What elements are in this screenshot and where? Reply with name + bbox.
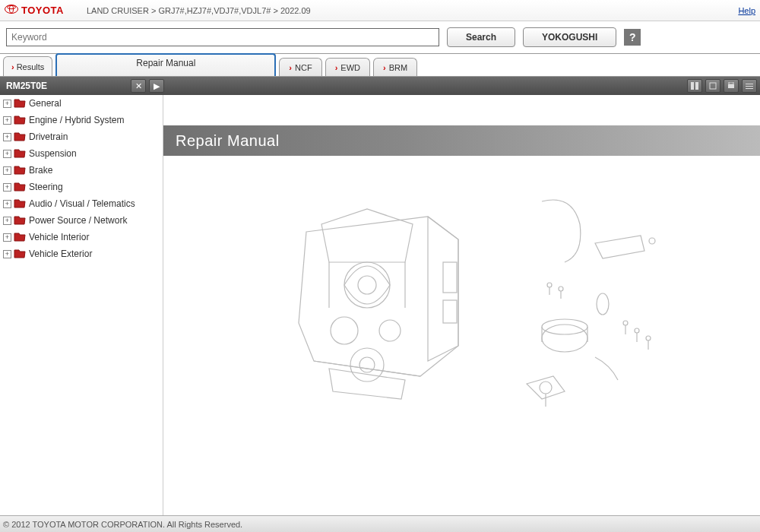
svg-rect-10 (746, 88, 753, 89)
tree-label: Audio / Visual / Telematics (29, 198, 135, 209)
tab-results[interactable]: › Results (3, 56, 52, 76)
tree-label: Brake (29, 165, 52, 176)
svg-point-25 (547, 283, 552, 287)
play-button[interactable]: ▶ (149, 79, 164, 93)
content-title-banner: Repair Manual (163, 125, 760, 156)
content-area: Repair Manual (163, 95, 760, 528)
expand-icon[interactable]: + (3, 200, 11, 208)
expand-icon[interactable]: + (3, 166, 11, 175)
tree-item-audio[interactable]: + Audio / Visual / Telematics (0, 195, 163, 212)
tab-row: › Results Repair Manual › NCF › EWD › BR… (0, 54, 760, 77)
content-title: Repair Manual (176, 132, 280, 150)
tab-label: Repair Manual (136, 58, 195, 68)
tree-label: Drivetrain (29, 131, 68, 142)
book-icon (14, 199, 26, 208)
svg-rect-6 (728, 84, 734, 88)
tree-label: Vehicle Exterior (29, 249, 92, 259)
tab-ncf[interactable]: › NCF (279, 58, 321, 76)
tab-label: Results (17, 62, 45, 71)
book-icon (14, 182, 26, 192)
chevron-right-icon: › (11, 62, 14, 71)
tree-item-interior[interactable]: + Vehicle Interior (0, 229, 163, 245)
body-area: + General + Engine / Hybrid System + Dri… (0, 95, 760, 528)
book-icon (14, 249, 26, 258)
close-button[interactable]: ✕ (131, 79, 146, 93)
expand-icon[interactable]: + (3, 133, 11, 141)
svg-point-21 (542, 319, 587, 334)
expand-icon[interactable]: + (3, 183, 11, 192)
tree-label: Suspension (29, 148, 77, 159)
tree-item-exterior[interactable]: + Vehicle Exterior (0, 245, 163, 262)
tree-label: Steering (29, 182, 63, 192)
svg-rect-17 (443, 262, 457, 293)
copyright: © 2012 TOYOTA MOTOR CORPORATION. All Rig… (3, 520, 242, 529)
tree-label: General (29, 98, 62, 109)
svg-rect-4 (695, 82, 698, 90)
yokogushi-button[interactable]: YOKOGUSHI (523, 27, 616, 47)
tree-item-power[interactable]: + Power Source / Network (0, 212, 163, 229)
tree-item-suspension[interactable]: + Suspension (0, 145, 163, 162)
keyword-input[interactable] (6, 28, 439, 46)
book-icon (14, 166, 26, 175)
view-single-button[interactable] (705, 79, 720, 93)
expand-icon[interactable]: + (3, 250, 11, 258)
svg-point-20 (542, 325, 587, 352)
brand-text: TOYOTA (21, 5, 64, 16)
chevron-right-icon: › (335, 63, 338, 72)
tab-repair-manual[interactable]: Repair Manual (55, 53, 276, 76)
expand-icon[interactable]: + (3, 150, 11, 158)
tree-label: Vehicle Interior (29, 232, 89, 242)
svg-point-23 (635, 328, 639, 333)
svg-point-28 (540, 382, 552, 394)
expand-icon[interactable]: + (3, 217, 11, 225)
tab-label: NCF (295, 63, 312, 72)
svg-point-22 (623, 321, 628, 325)
toyota-logo-icon (5, 5, 18, 16)
svg-point-12 (358, 276, 376, 294)
engine-diagram (163, 171, 760, 414)
settings-button[interactable] (742, 79, 757, 93)
tab-label: EWD (340, 63, 360, 72)
tree-item-steering[interactable]: + Steering (0, 179, 163, 195)
book-icon (14, 132, 26, 141)
tree-item-engine[interactable]: + Engine / Hybrid System (0, 112, 163, 128)
svg-point-26 (559, 287, 563, 291)
book-icon (14, 116, 26, 125)
help-link[interactable]: Help (738, 6, 755, 15)
search-button[interactable]: Search (447, 27, 515, 47)
print-button[interactable] (724, 79, 739, 93)
svg-point-19 (649, 238, 655, 244)
tab-ewd[interactable]: › EWD (325, 58, 370, 76)
chevron-right-icon: › (383, 63, 386, 72)
view-grid-button[interactable] (687, 79, 702, 93)
expand-icon[interactable]: + (3, 100, 11, 108)
book-icon (14, 216, 26, 225)
tab-label: BRM (389, 63, 407, 72)
svg-rect-5 (710, 83, 716, 89)
tab-brm[interactable]: › BRM (373, 58, 417, 76)
tree-item-brake[interactable]: + Brake (0, 162, 163, 179)
svg-point-14 (379, 320, 401, 341)
svg-point-24 (646, 336, 651, 340)
svg-rect-8 (746, 84, 753, 84)
tree-label: Engine / Hybrid System (29, 115, 124, 125)
book-icon (14, 149, 26, 158)
svg-rect-7 (729, 82, 733, 84)
tree-item-drivetrain[interactable]: + Drivetrain (0, 128, 163, 145)
header: TOYOTA LAND CRUISER > GRJ7#,HZJ7#,VDJ7#,… (0, 0, 760, 21)
toolbar-right (684, 79, 757, 93)
expand-icon[interactable]: + (3, 116, 11, 125)
svg-point-11 (344, 262, 390, 308)
chevron-right-icon: › (289, 63, 292, 72)
footer: © 2012 TOYOTA MOTOR CORPORATION. All Rig… (0, 515, 760, 532)
book-icon (14, 233, 26, 242)
tree-label: Power Source / Network (29, 215, 127, 226)
svg-rect-3 (691, 82, 694, 90)
svg-point-2 (8, 5, 16, 8)
help-icon[interactable]: ? (624, 29, 641, 46)
search-bar: Search YOKOGUSHI ? (0, 21, 760, 54)
expand-icon[interactable]: + (3, 233, 11, 242)
svg-point-13 (331, 317, 358, 344)
tree-item-general[interactable]: + General (0, 95, 163, 112)
svg-point-27 (597, 293, 609, 315)
